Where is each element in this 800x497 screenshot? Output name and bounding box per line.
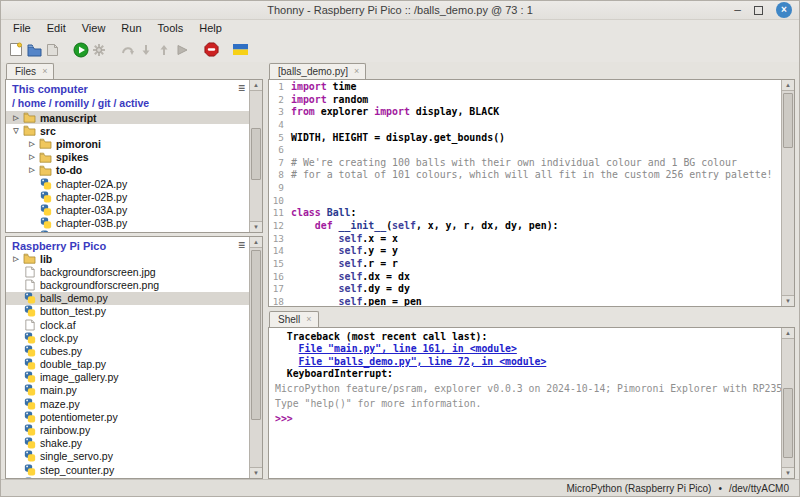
code-area[interactable]: 1import time2import random3from explorer… [269, 81, 781, 306]
code-editor[interactable]: 1import time2import random3from explorer… [268, 79, 795, 307]
scroll-down-icon[interactable]: ▼ [250, 467, 262, 478]
shell-line: KeyboardInterrupt: [275, 368, 780, 380]
menu-item-view[interactable]: View [74, 21, 114, 36]
this-computer-menu-icon[interactable]: ≡ [238, 82, 245, 94]
python-icon [22, 305, 37, 317]
file-item[interactable]: clock.py [6, 331, 262, 344]
pico-panel: Raspberry Pi Pico ≡ ▷libbackgroundforscr… [5, 236, 263, 479]
expand-icon[interactable]: ▷ [10, 114, 22, 122]
expand-icon[interactable]: ▷ [26, 166, 38, 174]
pico-scrollbar[interactable]: ▲ ▼ [249, 237, 262, 478]
menu-item-file[interactable]: File [5, 21, 39, 36]
tab-files-close-icon[interactable]: × [42, 67, 47, 76]
tab-balls-demo-close-icon[interactable]: × [354, 67, 359, 76]
traceback-link[interactable]: File "main.py", line 161, in <module> [299, 343, 517, 354]
scrollbar-thumb[interactable] [783, 388, 793, 458]
code-line: 5WIDTH, HEIGHT = display.get_bounds() [269, 132, 781, 145]
code-text: # for a total of 101 colours, which will… [291, 169, 773, 182]
tree-row[interactable]: chapter-02A.py [6, 177, 262, 190]
file-item[interactable]: tone_song.py [6, 476, 262, 479]
tree-row[interactable]: ▷pimoroni [6, 137, 262, 150]
file-item[interactable]: step_counter.py [6, 463, 262, 476]
scroll-up-icon[interactable]: ▲ [250, 237, 262, 248]
scroll-down-icon[interactable]: ▼ [782, 295, 794, 306]
menu-item-edit[interactable]: Edit [39, 21, 74, 36]
item-label: potentiometer.py [37, 411, 118, 423]
code-text: self.y = y [291, 245, 398, 258]
close-icon[interactable]: × [776, 2, 792, 18]
tab-files[interactable]: Files × [6, 63, 54, 79]
stop-restart-button[interactable] [202, 41, 220, 59]
tree-row[interactable]: chapter-03A.py [6, 203, 262, 216]
item-label: step_counter.py [37, 464, 114, 476]
tree-row[interactable]: chapter-04.py [6, 230, 262, 233]
tab-balls-demo[interactable]: [balls_demo.py] × [269, 63, 366, 79]
scroll-up-icon[interactable]: ▲ [782, 328, 794, 339]
interpreter-label[interactable]: MicroPython (Raspberry Pi Pico) [566, 483, 711, 494]
item-label: clock.py [37, 332, 78, 344]
file-item[interactable]: ▷lib [6, 252, 262, 265]
line-number: 13 [269, 233, 291, 246]
scrollbar-thumb[interactable] [251, 250, 261, 420]
file-item[interactable]: double_tap.py [6, 358, 262, 371]
traceback-link[interactable]: File "balls_demo.py", line 72, in <modul… [299, 356, 547, 367]
file-item[interactable]: shake.py [6, 437, 262, 450]
file-item[interactable]: backgroundforscreen.jpg [6, 265, 262, 278]
tree-row[interactable]: chapter-02B.py [6, 190, 262, 203]
tree-row[interactable]: chapter-03B.py [6, 217, 262, 230]
collapse-icon[interactable]: ▽ [10, 127, 22, 135]
resume-button [173, 41, 191, 59]
titlebar[interactable]: Thonny - Raspberry Pi Pico :: /balls_dem… [1, 1, 799, 20]
folder-icon [38, 152, 53, 163]
tab-shell-close-icon[interactable]: × [306, 315, 311, 324]
file-item[interactable]: rainbow.py [6, 423, 262, 436]
menu-item-tools[interactable]: Tools [150, 21, 192, 36]
tree-row[interactable]: ▷spikes [6, 151, 262, 164]
code-text: import random [291, 94, 368, 107]
file-item[interactable]: potentiometer.py [6, 410, 262, 423]
run-script-button[interactable] [72, 41, 90, 59]
port-label[interactable]: /dev/ttyACM0 [729, 483, 789, 494]
item-label: chapter-02B.py [53, 191, 127, 203]
file-item[interactable]: clock.af [6, 318, 262, 331]
scroll-up-icon[interactable]: ▲ [782, 80, 794, 91]
file-item[interactable]: backgroundforscreen.png [6, 278, 262, 291]
scrollbar-thumb[interactable] [251, 128, 261, 180]
new-file-button[interactable] [7, 41, 25, 59]
python-icon [22, 450, 37, 462]
file-item[interactable]: single_servo.py [6, 450, 262, 463]
menu-item-run[interactable]: Run [113, 21, 149, 36]
file-item[interactable]: main.py [6, 384, 262, 397]
minimize-icon[interactable]: – [734, 6, 741, 14]
file-item[interactable]: maze.py [6, 397, 262, 410]
shell-scrollbar[interactable]: ▲ ▼ [781, 328, 794, 478]
scroll-down-icon[interactable]: ▼ [250, 221, 262, 232]
tree-row[interactable]: ▷manuscript [6, 111, 262, 124]
shell-text: >>> [275, 413, 293, 424]
item-label: pimoroni [53, 138, 101, 150]
tree-row[interactable]: ▽src [6, 124, 262, 137]
file-item[interactable]: balls_demo.py [6, 292, 262, 305]
support-ukraine-button[interactable] [231, 41, 249, 59]
tab-shell[interactable]: Shell × [269, 311, 319, 327]
file-item[interactable]: image_gallery.py [6, 371, 262, 384]
shell-panel[interactable]: Traceback (most recent call last): File … [268, 327, 795, 479]
scroll-down-icon[interactable]: ▼ [782, 467, 794, 478]
file-item[interactable]: cubes.py [6, 344, 262, 357]
editor-scrollbar[interactable]: ▲ ▼ [781, 80, 794, 306]
files-scrollbar[interactable]: ▲ ▼ [249, 80, 262, 232]
breadcrumb[interactable]: / home / romilly / git / active [6, 95, 262, 111]
file-item[interactable]: button_test.py [6, 305, 262, 318]
scrollbar-thumb[interactable] [783, 93, 793, 148]
expand-icon[interactable]: ▷ [10, 255, 22, 263]
item-label: to-do [53, 164, 82, 176]
maximize-icon[interactable] [754, 6, 763, 15]
scroll-up-icon[interactable]: ▲ [250, 80, 262, 91]
files-view: Files × This computer ≡ / home / romilly… [5, 62, 263, 479]
expand-icon[interactable]: ▷ [26, 153, 38, 161]
open-file-button[interactable] [25, 41, 43, 59]
menu-item-help[interactable]: Help [191, 21, 230, 36]
pico-menu-icon[interactable]: ≡ [238, 239, 245, 251]
expand-icon[interactable]: ▷ [26, 140, 38, 148]
tree-row[interactable]: ▷to-do [6, 164, 262, 177]
